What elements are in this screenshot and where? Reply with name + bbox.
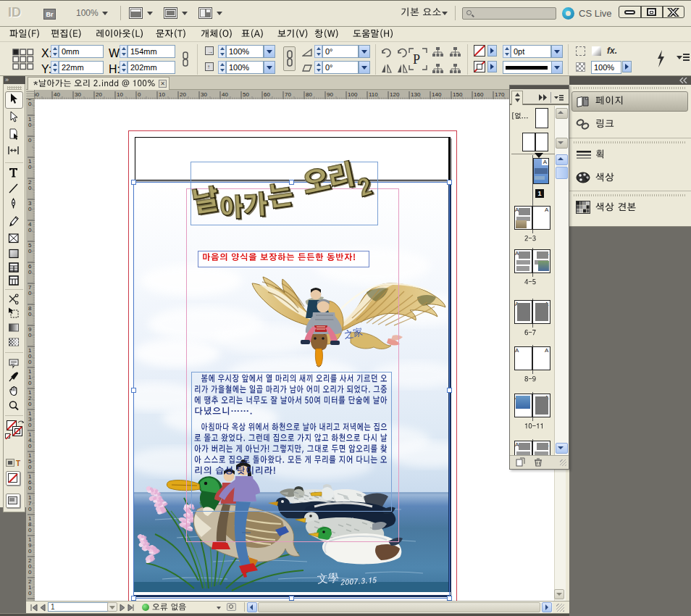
svg-text:80: 80 bbox=[306, 91, 312, 98]
svg-text:20: 20 bbox=[180, 91, 186, 98]
svg-text:0: 0 bbox=[28, 380, 32, 386]
svg-text:60: 60 bbox=[264, 91, 270, 98]
svg-text:0: 0 bbox=[28, 548, 32, 554]
svg-text:0: 0 bbox=[28, 185, 32, 191]
svg-text:0: 0 bbox=[28, 443, 32, 449]
svg-text:0: 0 bbox=[28, 311, 32, 317]
svg-text:0: 0 bbox=[28, 269, 32, 275]
svg-text:110: 110 bbox=[369, 91, 378, 98]
svg-text:0: 0 bbox=[28, 359, 32, 365]
svg-text:0: 0 bbox=[28, 206, 32, 212]
svg-text:150: 150 bbox=[453, 91, 463, 98]
svg-text:130: 130 bbox=[411, 91, 421, 98]
svg-text:0: 0 bbox=[28, 401, 32, 407]
svg-text:0: 0 bbox=[28, 569, 32, 575]
svg-text:30: 30 bbox=[201, 91, 207, 98]
svg-text:50: 50 bbox=[243, 91, 249, 98]
svg-text:0: 0 bbox=[28, 122, 32, 128]
svg-text:0: 0 bbox=[28, 290, 32, 296]
svg-text:40: 40 bbox=[222, 91, 228, 98]
svg-text:20: 20 bbox=[96, 91, 102, 98]
svg-text:40: 40 bbox=[54, 91, 60, 98]
svg-text:30: 30 bbox=[75, 91, 81, 98]
svg-text:0: 0 bbox=[28, 227, 32, 233]
svg-text:90: 90 bbox=[327, 91, 333, 98]
svg-text:0: 0 bbox=[28, 101, 32, 107]
svg-text:0: 0 bbox=[28, 164, 32, 170]
svg-text:0: 0 bbox=[28, 248, 32, 254]
svg-text:0: 0 bbox=[138, 91, 141, 98]
svg-text:10: 10 bbox=[117, 91, 123, 98]
svg-text:10: 10 bbox=[159, 91, 165, 98]
svg-text:70: 70 bbox=[285, 91, 291, 98]
svg-text:0: 0 bbox=[28, 422, 32, 428]
svg-text:0: 0 bbox=[28, 332, 32, 338]
svg-text:0: 0 bbox=[28, 506, 32, 512]
svg-text:0: 0 bbox=[28, 485, 32, 491]
svg-text:0: 0 bbox=[28, 464, 32, 470]
svg-text:170: 170 bbox=[495, 91, 505, 98]
svg-text:0: 0 bbox=[28, 137, 32, 143]
svg-text:0: 0 bbox=[28, 590, 32, 596]
svg-text:0: 0 bbox=[28, 527, 32, 533]
